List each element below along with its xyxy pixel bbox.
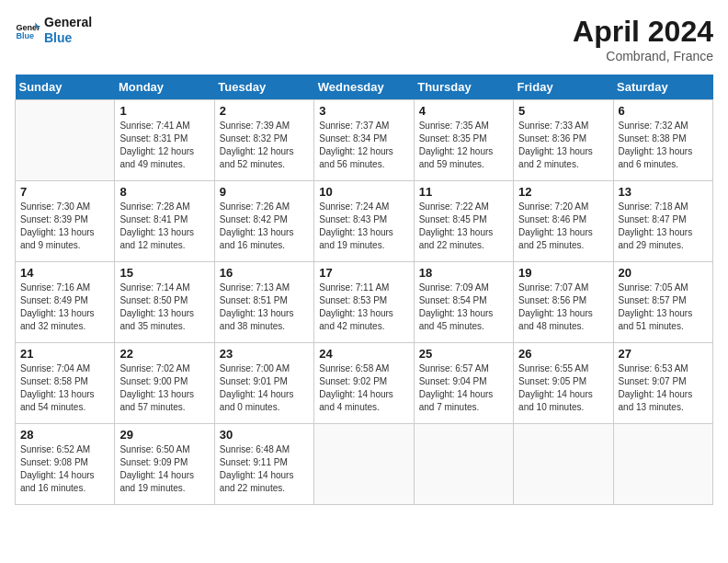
logo-line2: Blue	[44, 30, 92, 46]
day-number: 4	[419, 104, 508, 118]
calendar-cell: 29Sunrise: 6:50 AM Sunset: 9:09 PM Dayli…	[115, 424, 214, 505]
day-info: Sunrise: 7:14 AM Sunset: 8:50 PM Dayligh…	[119, 282, 209, 333]
day-info: Sunrise: 7:02 AM Sunset: 9:00 PM Dayligh…	[119, 362, 209, 414]
day-number: 6	[619, 104, 708, 118]
day-number: 28	[20, 428, 109, 442]
calendar-cell	[414, 424, 513, 505]
page-header: General Blue General Blue April 2024 Com…	[15, 15, 713, 63]
day-number: 10	[319, 185, 408, 199]
day-number: 18	[419, 266, 508, 280]
day-number: 12	[518, 185, 608, 199]
calendar-cell: 16Sunrise: 7:13 AM Sunset: 8:51 PM Dayli…	[214, 262, 313, 343]
calendar-cell: 19Sunrise: 7:07 AM Sunset: 8:56 PM Dayli…	[514, 262, 613, 343]
day-info: Sunrise: 6:57 AM Sunset: 9:04 PM Dayligh…	[419, 362, 508, 414]
day-number: 17	[319, 266, 408, 280]
calendar-cell: 13Sunrise: 7:18 AM Sunset: 8:47 PM Dayli…	[613, 181, 712, 262]
calendar-cell: 10Sunrise: 7:24 AM Sunset: 8:43 PM Dayli…	[314, 181, 414, 262]
day-number: 20	[619, 266, 708, 280]
calendar-cell: 15Sunrise: 7:14 AM Sunset: 8:50 PM Dayli…	[115, 262, 214, 343]
day-number: 26	[518, 347, 608, 361]
day-number: 25	[419, 347, 508, 361]
day-info: Sunrise: 7:39 AM Sunset: 8:32 PM Dayligh…	[220, 120, 309, 171]
logo-icon: General Blue	[15, 17, 40, 43]
logo-line1: General	[44, 15, 92, 30]
day-number: 5	[518, 104, 608, 118]
day-info: Sunrise: 6:58 AM Sunset: 9:02 PM Dayligh…	[319, 362, 408, 414]
day-info: Sunrise: 6:55 AM Sunset: 9:05 PM Dayligh…	[518, 362, 608, 414]
weekday-header-wednesday: Wednesday	[314, 75, 414, 100]
day-number: 7	[20, 185, 109, 199]
calendar-cell: 18Sunrise: 7:09 AM Sunset: 8:54 PM Dayli…	[414, 262, 513, 343]
day-info: Sunrise: 6:48 AM Sunset: 9:11 PM Dayligh…	[220, 443, 309, 495]
calendar-week-1: 1Sunrise: 7:41 AM Sunset: 8:31 PM Daylig…	[16, 100, 713, 181]
day-info: Sunrise: 7:41 AM Sunset: 8:31 PM Dayligh…	[119, 120, 209, 171]
day-number: 15	[119, 266, 209, 280]
weekday-header-sunday: Sunday	[16, 75, 115, 100]
day-number: 1	[119, 104, 209, 118]
weekday-header-tuesday: Tuesday	[214, 75, 313, 100]
calendar-cell: 12Sunrise: 7:20 AM Sunset: 8:46 PM Dayli…	[514, 181, 613, 262]
location: Combrand, France	[573, 49, 713, 63]
day-info: Sunrise: 7:05 AM Sunset: 8:57 PM Dayligh…	[619, 282, 708, 333]
calendar-cell: 11Sunrise: 7:22 AM Sunset: 8:45 PM Dayli…	[414, 181, 513, 262]
calendar-cell: 20Sunrise: 7:05 AM Sunset: 8:57 PM Dayli…	[613, 262, 712, 343]
day-info: Sunrise: 7:13 AM Sunset: 8:51 PM Dayligh…	[220, 282, 309, 333]
day-number: 24	[319, 347, 408, 361]
calendar-cell: 17Sunrise: 7:11 AM Sunset: 8:53 PM Dayli…	[314, 262, 414, 343]
title-block: April 2024 Combrand, France	[573, 15, 713, 63]
day-info: Sunrise: 6:52 AM Sunset: 9:08 PM Dayligh…	[20, 443, 109, 495]
day-number: 2	[220, 104, 309, 118]
day-info: Sunrise: 7:26 AM Sunset: 8:42 PM Dayligh…	[220, 201, 309, 252]
calendar-cell: 26Sunrise: 6:55 AM Sunset: 9:05 PM Dayli…	[514, 343, 613, 424]
calendar-cell: 2Sunrise: 7:39 AM Sunset: 8:32 PM Daylig…	[214, 100, 313, 181]
day-info: Sunrise: 7:11 AM Sunset: 8:53 PM Dayligh…	[319, 282, 408, 333]
calendar-cell: 8Sunrise: 7:28 AM Sunset: 8:41 PM Daylig…	[115, 181, 214, 262]
day-number: 29	[119, 428, 209, 442]
day-number: 19	[518, 266, 608, 280]
calendar-cell	[514, 424, 613, 505]
calendar-cell: 21Sunrise: 7:04 AM Sunset: 8:58 PM Dayli…	[16, 343, 115, 424]
calendar-cell	[613, 424, 712, 505]
calendar-week-3: 14Sunrise: 7:16 AM Sunset: 8:49 PM Dayli…	[16, 262, 713, 343]
calendar-cell: 5Sunrise: 7:33 AM Sunset: 8:36 PM Daylig…	[514, 100, 613, 181]
day-number: 22	[119, 347, 209, 361]
calendar-cell: 9Sunrise: 7:26 AM Sunset: 8:42 PM Daylig…	[214, 181, 313, 262]
day-info: Sunrise: 7:07 AM Sunset: 8:56 PM Dayligh…	[518, 282, 608, 333]
logo: General Blue General Blue	[15, 15, 92, 46]
day-info: Sunrise: 7:28 AM Sunset: 8:41 PM Dayligh…	[119, 201, 209, 252]
day-number: 3	[319, 104, 408, 118]
day-info: Sunrise: 7:30 AM Sunset: 8:39 PM Dayligh…	[20, 201, 109, 252]
day-number: 11	[419, 185, 508, 199]
day-info: Sunrise: 7:20 AM Sunset: 8:46 PM Dayligh…	[518, 201, 608, 252]
month-title: April 2024	[573, 15, 713, 49]
day-info: Sunrise: 7:24 AM Sunset: 8:43 PM Dayligh…	[319, 201, 408, 252]
calendar-header-row: SundayMondayTuesdayWednesdayThursdayFrid…	[16, 75, 713, 100]
day-number: 30	[220, 428, 309, 442]
day-info: Sunrise: 6:53 AM Sunset: 9:07 PM Dayligh…	[619, 362, 708, 414]
calendar-cell: 23Sunrise: 7:00 AM Sunset: 9:01 PM Dayli…	[214, 343, 313, 424]
weekday-header-saturday: Saturday	[613, 75, 712, 100]
calendar-cell: 27Sunrise: 6:53 AM Sunset: 9:07 PM Dayli…	[613, 343, 712, 424]
day-number: 16	[220, 266, 309, 280]
calendar-cell: 7Sunrise: 7:30 AM Sunset: 8:39 PM Daylig…	[16, 181, 115, 262]
calendar-week-5: 28Sunrise: 6:52 AM Sunset: 9:08 PM Dayli…	[16, 424, 713, 505]
day-number: 9	[220, 185, 309, 199]
day-info: Sunrise: 7:04 AM Sunset: 8:58 PM Dayligh…	[20, 362, 109, 414]
calendar-cell: 4Sunrise: 7:35 AM Sunset: 8:35 PM Daylig…	[414, 100, 513, 181]
calendar-table: SundayMondayTuesdayWednesdayThursdayFrid…	[15, 75, 713, 505]
day-info: Sunrise: 7:35 AM Sunset: 8:35 PM Dayligh…	[419, 120, 508, 171]
weekday-header-friday: Friday	[514, 75, 613, 100]
day-info: Sunrise: 7:09 AM Sunset: 8:54 PM Dayligh…	[419, 282, 508, 333]
weekday-header-monday: Monday	[115, 75, 214, 100]
day-number: 14	[20, 266, 109, 280]
day-number: 13	[619, 185, 708, 199]
calendar-week-4: 21Sunrise: 7:04 AM Sunset: 8:58 PM Dayli…	[16, 343, 713, 424]
day-info: Sunrise: 7:33 AM Sunset: 8:36 PM Dayligh…	[518, 120, 608, 171]
calendar-cell: 30Sunrise: 6:48 AM Sunset: 9:11 PM Dayli…	[214, 424, 313, 505]
day-info: Sunrise: 7:18 AM Sunset: 8:47 PM Dayligh…	[619, 201, 708, 252]
calendar-cell: 22Sunrise: 7:02 AM Sunset: 9:00 PM Dayli…	[115, 343, 214, 424]
calendar-cell: 14Sunrise: 7:16 AM Sunset: 8:49 PM Dayli…	[16, 262, 115, 343]
svg-text:Blue: Blue	[16, 31, 34, 40]
calendar-cell: 28Sunrise: 6:52 AM Sunset: 9:08 PM Dayli…	[16, 424, 115, 505]
day-number: 8	[119, 185, 209, 199]
